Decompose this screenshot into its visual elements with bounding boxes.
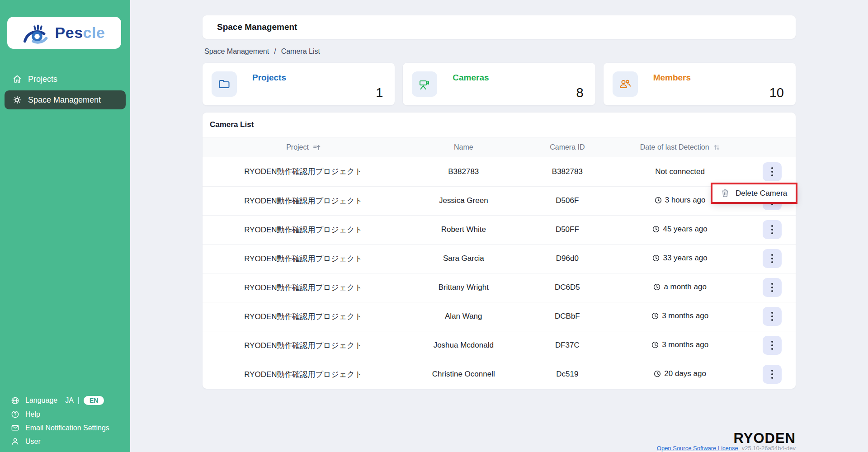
- page-title: Space Management: [217, 22, 297, 32]
- row-actions-button[interactable]: [763, 336, 782, 355]
- column-header-name: Name: [404, 137, 523, 157]
- cell-name: Joshua Mcdonald: [404, 331, 523, 360]
- stat-label: Members: [653, 73, 691, 83]
- language-divider: |: [78, 396, 80, 405]
- user-icon: [11, 437, 19, 446]
- clock-icon: [655, 197, 662, 204]
- sidebar-footer: Language JA | EN Help: [0, 391, 130, 446]
- table-row: RYODEN動作確認用プロジェクト Joshua Mcdonald DF37C …: [203, 331, 796, 360]
- page-footer: RYODEN Open Source Software License v25.…: [657, 432, 796, 452]
- envelope-icon: [11, 424, 19, 432]
- click-target-highlight: Delete Camera: [711, 183, 797, 204]
- column-header-last-detection[interactable]: Date of last Detection: [612, 137, 748, 157]
- column-header-camera-id: Camera ID: [523, 137, 612, 157]
- stat-value: 8: [576, 85, 584, 100]
- table-row: RYODEN動作確認用プロジェクト Sara Garcia D96d0 33 y…: [203, 244, 796, 273]
- clock-icon: [652, 254, 660, 262]
- cell-project: RYODEN動作確認用プロジェクト: [203, 157, 404, 186]
- cell-project: RYODEN動作確認用プロジェクト: [203, 186, 404, 215]
- row-actions-button[interactable]: [763, 307, 782, 326]
- app-logo[interactable]: Pescle: [7, 17, 121, 49]
- breadcrumb: Space Management / Camera List: [203, 47, 796, 56]
- clock-icon: [651, 312, 659, 320]
- user-menu[interactable]: User: [11, 437, 119, 446]
- version-label: v25.10-26a54b4-dev: [742, 445, 796, 452]
- table-row: RYODEN動作確認用プロジェクト Christine Oconnell Dc5…: [203, 360, 796, 389]
- table-header-row: Project Name Camera ID: [203, 137, 796, 157]
- cell-project: RYODEN動作確認用プロジェクト: [203, 302, 404, 331]
- language-label: Language: [25, 396, 57, 405]
- row-actions-button[interactable]: [763, 278, 782, 297]
- sidebar-nav: Projects Space Management: [0, 70, 130, 109]
- cell-last-detection: 3 months ago: [612, 331, 748, 360]
- cell-actions: [748, 157, 796, 186]
- camera-table-body: RYODEN動作確認用プロジェクト B382783 B382783 Not co…: [203, 157, 796, 389]
- stat-label: Cameras: [453, 73, 489, 83]
- table-row: RYODEN動作確認用プロジェクト Brittany Wright DC6D5 …: [203, 273, 796, 302]
- cell-project: RYODEN動作確認用プロジェクト: [203, 331, 404, 360]
- help-link[interactable]: Help: [11, 410, 119, 419]
- language-en-toggle[interactable]: EN: [84, 396, 104, 405]
- column-header-actions: [748, 137, 796, 157]
- cell-actions: [748, 215, 796, 244]
- stat-card-members[interactable]: Members 10: [604, 63, 796, 105]
- cell-name: Christine Oconnell: [404, 360, 523, 389]
- cell-last-detection: 33 years ago: [612, 244, 748, 273]
- stat-card-cameras[interactable]: Cameras 8: [403, 63, 595, 105]
- cell-name: Brittany Wright: [404, 273, 523, 302]
- row-actions-button[interactable]: [763, 220, 782, 239]
- cell-camera-id: DCBbF: [523, 302, 612, 331]
- row-actions-button[interactable]: [763, 162, 782, 181]
- camera-list-card: Camera List Project: [203, 113, 796, 389]
- camera-tripod-icon: [412, 71, 437, 97]
- cell-project: RYODEN動作確認用プロジェクト: [203, 215, 404, 244]
- cell-actions: [748, 273, 796, 302]
- language-ja-toggle[interactable]: JA: [65, 396, 74, 405]
- gear-icon: [13, 95, 22, 104]
- breadcrumb-separator: /: [274, 47, 276, 56]
- delete-camera-menu-item[interactable]: Delete Camera: [712, 184, 796, 202]
- cell-actions: [748, 244, 796, 273]
- open-source-license-link[interactable]: Open Source Software License: [657, 445, 738, 452]
- cell-actions: [748, 302, 796, 331]
- cell-name: B382783: [404, 157, 523, 186]
- table-row: RYODEN動作確認用プロジェクト Jessica Green D506F 3 …: [203, 186, 796, 215]
- folder-icon: [212, 71, 237, 97]
- cell-last-detection: 45 years ago: [612, 215, 748, 244]
- row-actions-button[interactable]: [763, 365, 782, 384]
- stat-label: Projects: [252, 73, 286, 83]
- stat-value: 10: [769, 85, 784, 100]
- sidebar-item-projects[interactable]: Projects: [5, 70, 126, 89]
- cell-camera-id: DF37C: [523, 331, 612, 360]
- members-icon: [613, 71, 638, 97]
- cell-name: Alan Wang: [404, 302, 523, 331]
- trash-icon: [721, 189, 729, 198]
- table-row: RYODEN動作確認用プロジェクト B382783 B382783 Not co…: [203, 157, 796, 186]
- column-header-project[interactable]: Project: [203, 137, 404, 157]
- cell-last-detection: 20 days ago: [612, 360, 748, 389]
- row-actions-button[interactable]: [763, 249, 782, 268]
- brand-name: Pescle: [55, 24, 105, 42]
- clock-icon: [653, 283, 660, 291]
- cell-camera-id: Dc519: [523, 360, 612, 389]
- cell-name: Sara Garcia: [404, 244, 523, 273]
- cell-camera-id: B382783: [523, 157, 612, 186]
- eye-logo-icon: [24, 22, 52, 44]
- stat-card-projects[interactable]: Projects 1: [203, 63, 395, 105]
- sidebar-item-space-management[interactable]: Space Management: [5, 90, 126, 109]
- cell-last-detection: 3 months ago: [612, 302, 748, 331]
- cell-camera-id: D96d0: [523, 244, 612, 273]
- page-title-card: Space Management: [203, 15, 796, 39]
- breadcrumb-current: Camera List: [281, 47, 320, 56]
- ryoden-logo: RYODEN: [657, 432, 796, 445]
- breadcrumb-root[interactable]: Space Management: [204, 47, 269, 56]
- email-notification-settings-link[interactable]: Email Notification Settings: [11, 424, 119, 432]
- help-label: Help: [25, 410, 40, 419]
- sidebar-item-label: Projects: [28, 75, 57, 84]
- cell-actions: [748, 360, 796, 389]
- stat-value: 1: [376, 85, 383, 100]
- email-settings-label: Email Notification Settings: [25, 424, 109, 432]
- sort-up-down-icon: [713, 144, 720, 151]
- cell-camera-id: DC6D5: [523, 273, 612, 302]
- cell-camera-id: D50FF: [523, 215, 612, 244]
